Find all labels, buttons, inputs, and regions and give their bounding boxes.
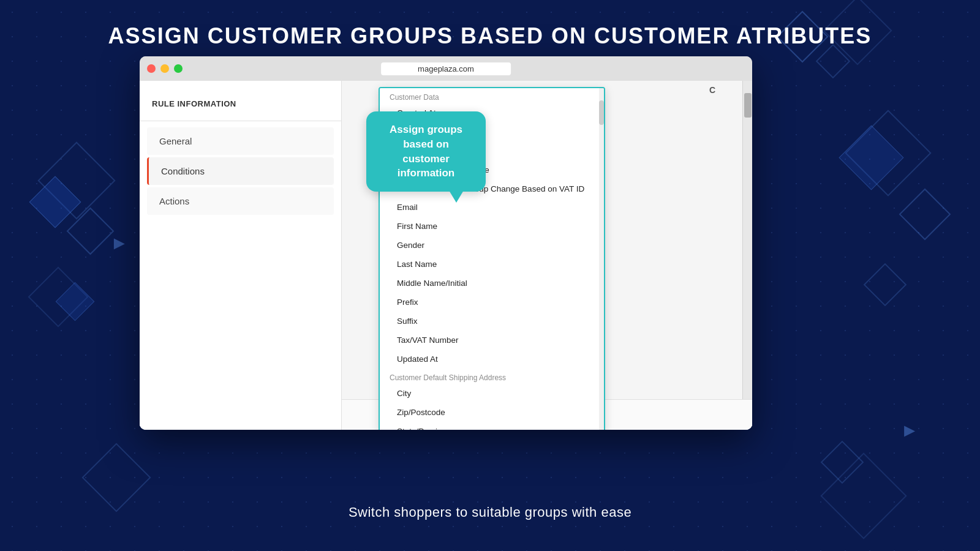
traffic-light-yellow[interactable] bbox=[160, 64, 169, 73]
right-scrollbar[interactable] bbox=[742, 81, 752, 430]
dropdown-item-last-name[interactable]: Last Name bbox=[380, 255, 604, 274]
rule-info-label: RULE INFORMATION bbox=[140, 93, 341, 121]
dropdown-item-shipping-state[interactable]: State/Province bbox=[380, 422, 604, 430]
dropdown-item-prefix[interactable]: Prefix bbox=[380, 293, 604, 312]
right-scroll-thumb[interactable] bbox=[744, 93, 752, 118]
browser-url: mageplaza.com bbox=[381, 62, 511, 75]
dropdown-item-tax-vat[interactable]: Tax/VAT Number bbox=[380, 331, 604, 350]
scroll-thumb[interactable] bbox=[599, 100, 604, 125]
sidebar: RULE INFORMATION General Conditions Acti… bbox=[140, 81, 342, 430]
traffic-light-red[interactable] bbox=[147, 64, 156, 73]
dropdown-item-email[interactable]: Email bbox=[380, 198, 604, 217]
bottom-caption: Switch shoppers to suitable groups with … bbox=[0, 504, 980, 520]
callout-bubble: Assign groups based on customer informat… bbox=[366, 111, 486, 192]
sidebar-item-general[interactable]: General bbox=[147, 127, 334, 155]
dropdown-item-updated-at[interactable]: Updated At bbox=[380, 350, 604, 369]
browser-content: RULE INFORMATION General Conditions Acti… bbox=[140, 81, 752, 430]
scrollbar[interactable] bbox=[599, 88, 604, 430]
dropdown-item-middle-name[interactable]: Middle Name/Initial bbox=[380, 274, 604, 293]
section-header-shipping: Customer Default Shipping Address bbox=[380, 369, 604, 384]
dropdown-item-first-name[interactable]: First Name bbox=[380, 217, 604, 236]
browser-titlebar: mageplaza.com bbox=[140, 56, 752, 81]
main-area: C Assign groups based on customer inform… bbox=[342, 81, 752, 430]
dropdown-item-shipping-zip[interactable]: Zip/Postcode bbox=[380, 403, 604, 422]
dropdown-item-shipping-city[interactable]: City bbox=[380, 384, 604, 403]
section-header-customer-data: Customer Data bbox=[380, 88, 604, 104]
dropdown-item-suffix[interactable]: Suffix bbox=[380, 312, 604, 331]
dropdown-item-gender[interactable]: Gender bbox=[380, 236, 604, 255]
page-title: ASSIGN CUSTOMER GROUPS BASED ON CUSTOMER… bbox=[0, 23, 980, 49]
browser-window: mageplaza.com RULE INFORMATION General C… bbox=[140, 56, 752, 430]
sidebar-item-actions[interactable]: Actions bbox=[147, 187, 334, 215]
traffic-light-green[interactable] bbox=[174, 64, 183, 73]
sidebar-item-conditions[interactable]: Conditions bbox=[147, 157, 334, 185]
